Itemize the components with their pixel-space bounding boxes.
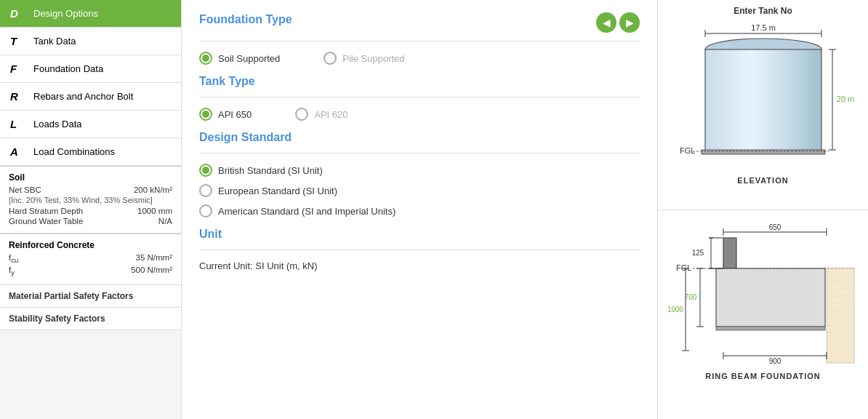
european-standard-label: European Standard (SI Unit) xyxy=(218,185,337,196)
fy-value: 500 N/mm² xyxy=(131,266,172,276)
svg-text:650: 650 xyxy=(768,223,781,231)
api620-option[interactable]: API 620 xyxy=(295,108,347,121)
svg-text:FGL: FGL xyxy=(680,146,695,155)
svg-text:900: 900 xyxy=(768,357,781,365)
sidebar: D Design Options T Tank Data F Foundatio… xyxy=(0,0,182,419)
pile-supported-radio[interactable] xyxy=(324,52,337,65)
design-standard-title: Design Standard xyxy=(199,131,640,144)
gwt-label: Ground Water Table xyxy=(9,217,83,226)
enter-tank-no-title: Enter Tank No xyxy=(734,6,792,16)
fy-label: fy xyxy=(9,266,15,276)
api650-label: API 650 xyxy=(218,109,252,120)
sidebar-letter: R xyxy=(10,90,26,103)
api620-label: API 620 xyxy=(314,109,347,120)
material-partial-safety-factors-button[interactable]: Material Partial Safety Factors xyxy=(0,285,181,308)
api650-option[interactable]: API 650 xyxy=(199,108,252,121)
api650-radio[interactable] xyxy=(199,108,212,121)
unit-title: Unit xyxy=(199,228,640,241)
british-standard-option[interactable]: British Standard (SI Unit) xyxy=(199,164,640,177)
american-standard-label: American Standard (SI and Imperial Units… xyxy=(218,206,395,217)
stability-safety-factors-button[interactable]: Stability Safety Factors xyxy=(0,308,181,330)
sidebar-item-label: Load Combinations xyxy=(33,146,115,157)
radio-inner xyxy=(202,55,209,62)
tank-type-options: API 650 API 620 xyxy=(199,108,640,121)
api620-radio[interactable] xyxy=(295,108,308,121)
sidebar-letter: A xyxy=(10,145,26,158)
svg-text:125: 125 xyxy=(691,249,704,257)
svg-rect-6 xyxy=(702,150,825,154)
ring-beam-svg: FGL 650 xyxy=(665,216,861,369)
prev-arrow-button[interactable]: ◀ xyxy=(596,12,616,33)
british-standard-radio[interactable] xyxy=(199,164,212,177)
ring-beam-diagram-box: FGL 650 xyxy=(658,210,868,420)
net-sbc-value: 200 kN/m² xyxy=(134,185,172,194)
svg-rect-50 xyxy=(716,327,825,330)
sidebar-letter: F xyxy=(10,63,26,75)
right-panel: Enter Tank No 17.5 m xyxy=(657,0,868,419)
soil-supported-radio[interactable] xyxy=(199,52,212,65)
hard-stratum-value: 1000 mm xyxy=(137,207,172,215)
fcu-label: fcu xyxy=(9,253,18,264)
nav-arrows: ◀ ▶ xyxy=(596,12,640,33)
sidebar-item-foundation-data[interactable]: F Foundation Data xyxy=(0,55,181,83)
european-standard-option[interactable]: European Standard (SI Unit) xyxy=(199,184,640,197)
american-standard-radio[interactable] xyxy=(199,204,212,218)
concrete-title: Reinforced Concrete xyxy=(9,240,172,250)
svg-rect-17 xyxy=(827,268,854,363)
concrete-info-section: Reinforced Concrete fcu 35 N/mm² fy 500 … xyxy=(0,234,181,285)
design-standard-options: British Standard (SI Unit) European Stan… xyxy=(199,164,640,218)
sidebar-item-label: Foundation Data xyxy=(33,63,103,74)
svg-rect-16 xyxy=(716,268,825,327)
sidebar-item-load-combinations[interactable]: A Load Combinations xyxy=(0,138,181,166)
ring-beam-label: RING BEAM FOUNDATION xyxy=(705,372,821,380)
sidebar-item-tank-data[interactable]: T Tank Data xyxy=(0,28,181,55)
sidebar-item-label: Design Options xyxy=(33,8,98,19)
sidebar-letter: L xyxy=(10,118,26,130)
net-sbc-label: Net SBC xyxy=(9,185,41,194)
european-standard-radio[interactable] xyxy=(199,184,212,197)
foundation-type-title: Foundation Type xyxy=(199,13,292,26)
current-unit-text: Current Unit: SI Unit (m, kN) xyxy=(199,260,640,271)
soil-info-section: Soil Net SBC 200 kN/m² [Inc. 20% Test, 3… xyxy=(0,166,181,234)
svg-text:700: 700 xyxy=(684,293,696,301)
svg-rect-15 xyxy=(723,238,736,268)
sidebar-item-design-options[interactable]: D Design Options xyxy=(0,0,181,28)
elevation-label: ELEVATION xyxy=(737,176,788,185)
hard-stratum-row: Hard Stratum Depth 1000 mm xyxy=(9,207,172,215)
radio-inner xyxy=(202,167,209,174)
svg-text:1000: 1000 xyxy=(667,306,683,314)
net-sbc-row: Net SBC 200 kN/m² xyxy=(9,185,172,194)
svg-text:FGL: FGL xyxy=(676,263,691,272)
soil-supported-label: Soil Supported xyxy=(218,53,280,64)
elevation-diagram-box: Enter Tank No 17.5 m xyxy=(658,0,868,210)
next-arrow-button[interactable]: ▶ xyxy=(619,12,640,33)
sidebar-item-loads-data[interactable]: L Loads Data xyxy=(0,111,181,138)
soil-note: [Inc. 20% Test, 33% Wind, 33% Seismic] xyxy=(9,196,172,204)
american-standard-option[interactable]: American Standard (SI and Imperial Units… xyxy=(199,204,640,218)
svg-text:20 m: 20 m xyxy=(836,95,853,103)
svg-rect-5 xyxy=(705,49,821,151)
pile-supported-label: Pile Supported xyxy=(342,53,404,64)
sidebar-letter: T xyxy=(10,35,26,47)
sidebar-item-rebars[interactable]: R Rebars and Anchor Bolt xyxy=(0,83,181,111)
hard-stratum-label: Hard Stratum Depth xyxy=(9,207,83,215)
sidebar-item-label: Rebars and Anchor Bolt xyxy=(33,91,133,102)
soil-title: Soil xyxy=(9,172,172,183)
fcu-value: 35 N/mm² xyxy=(136,253,172,264)
sidebar-item-label: Loads Data xyxy=(33,119,82,129)
radio-inner xyxy=(202,111,209,118)
british-standard-label: British Standard (SI Unit) xyxy=(218,165,323,176)
gwt-row: Ground Water Table N/A xyxy=(9,217,172,226)
soil-supported-option[interactable]: Soil Supported xyxy=(199,52,280,65)
fcu-row: fcu 35 N/mm² xyxy=(9,253,172,264)
main-content: Foundation Type ◀ ▶ Soil Supported Pile … xyxy=(182,0,657,419)
gwt-value: N/A xyxy=(158,217,172,226)
fy-row: fy 500 N/mm² xyxy=(9,266,172,276)
tank-type-title: Tank Type xyxy=(199,75,640,88)
pile-supported-option[interactable]: Pile Supported xyxy=(324,52,404,65)
elevation-svg: 17.5 m 20 m FGL xyxy=(665,20,861,173)
svg-text:17.5 m: 17.5 m xyxy=(751,23,776,32)
sidebar-item-label: Tank Data xyxy=(33,36,76,47)
sidebar-letter: D xyxy=(10,7,26,20)
foundation-type-options: Soil Supported Pile Supported xyxy=(199,52,640,65)
